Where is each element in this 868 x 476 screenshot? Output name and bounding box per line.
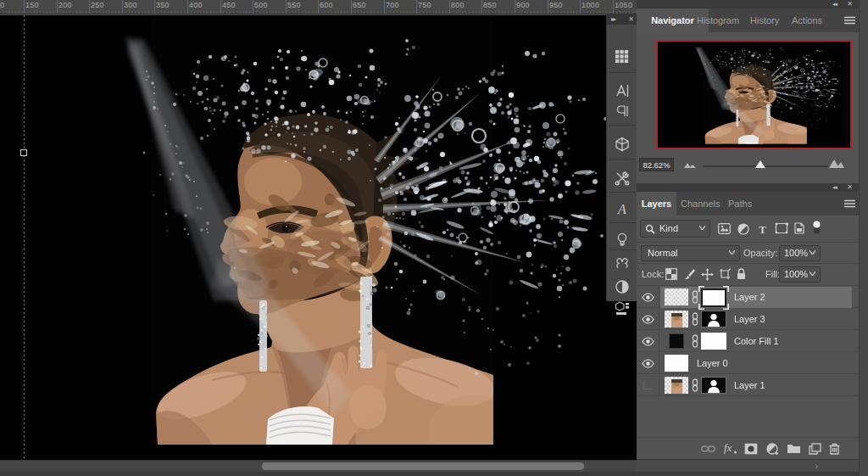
svg-text:T: T: [759, 223, 766, 234]
svg-text:A: A: [617, 202, 626, 216]
svg-text:fx: fx: [724, 442, 732, 454]
